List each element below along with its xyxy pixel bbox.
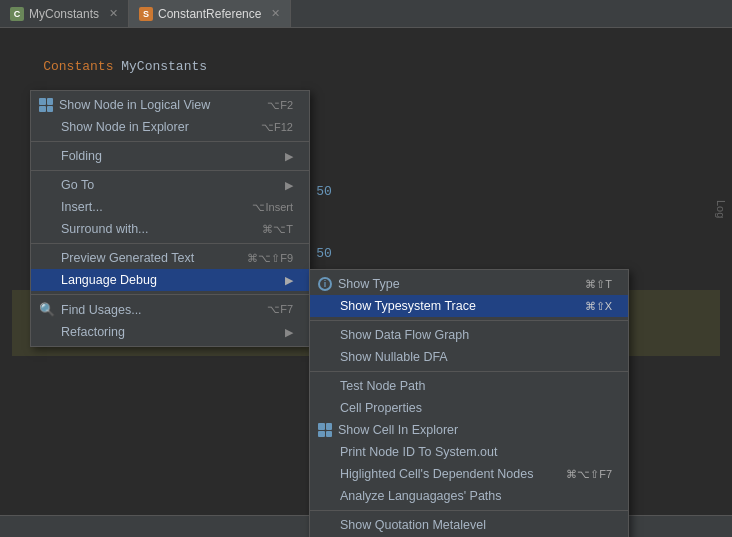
goto-arrow: ▶ <box>285 179 293 192</box>
menu-goto[interactable]: Go To ▶ <box>31 174 309 196</box>
sub-separator-1 <box>310 320 628 321</box>
submenu-test-node-path[interactable]: Test Node Path <box>310 375 628 397</box>
tab-icon-constant-reference: S <box>139 7 153 21</box>
menu-insert[interactable]: Insert... ⌥Insert <box>31 196 309 218</box>
submenu-analyze-paths[interactable]: Analyze Languagages' Paths <box>310 485 628 507</box>
submenu-show-typesystem-trace[interactable]: Show Typesystem Trace ⌘⇧X <box>310 295 628 317</box>
context-menu: Show Node in Logical View ⌥F2 Show Node … <box>30 90 310 347</box>
separator-3 <box>31 243 309 244</box>
menu-find-usages[interactable]: 🔍 Find Usages... ⌥F7 <box>31 298 309 321</box>
menu-refactoring[interactable]: Refactoring ▶ <box>31 321 309 343</box>
grid-icon <box>39 98 53 112</box>
tab-icon-my-constants: C <box>10 7 24 21</box>
menu-language-debug[interactable]: Language Debug ▶ i Show Type ⌘⇧T Show Ty… <box>31 269 309 291</box>
refactoring-arrow: ▶ <box>285 326 293 339</box>
context-menu-container: Show Node in Logical View ⌥F2 Show Node … <box>30 90 310 347</box>
sub-separator-3 <box>310 510 628 511</box>
tab-constant-reference[interactable]: S ConstantReference ✕ <box>129 0 291 27</box>
menu-surround-with[interactable]: Surround with... ⌘⌥T <box>31 218 309 240</box>
submenu-cell-properties[interactable]: Cell Properties <box>310 397 628 419</box>
submenu-show-cell-explorer[interactable]: Show Cell In Explorer <box>310 419 628 441</box>
tab-label-my-constants: MyConstants <box>29 7 99 21</box>
menu-folding[interactable]: Folding ▶ <box>31 145 309 167</box>
separator-4 <box>31 294 309 295</box>
sub-separator-2 <box>310 371 628 372</box>
folding-arrow: ▶ <box>285 150 293 163</box>
submenu-show-data-flow[interactable]: Show Data Flow Graph <box>310 324 628 346</box>
menu-preview-generated[interactable]: Preview Generated Text ⌘⌥⇧F9 <box>31 247 309 269</box>
submenu-print-node-id[interactable]: Print Node ID To System.out <box>310 441 628 463</box>
log-label: Log <box>715 200 727 218</box>
language-debug-submenu: i Show Type ⌘⇧T Show Typesystem Trace ⌘⇧… <box>309 269 629 537</box>
grid-icon-cell <box>318 423 332 437</box>
separator-2 <box>31 170 309 171</box>
submenu-show-nullable-dfa[interactable]: Show Nullable DFA <box>310 346 628 368</box>
tab-close-constant-reference[interactable]: ✕ <box>271 7 280 20</box>
submenu-highlighted-dependent[interactable]: Higlighted Cell's Dependent Nodes ⌘⌥⇧F7 <box>310 463 628 485</box>
menu-show-node-logical[interactable]: Show Node in Logical View ⌥F2 <box>31 94 309 116</box>
circle-i-icon: i <box>318 277 332 291</box>
tab-bar: C MyConstants ✕ S ConstantReference ✕ <box>0 0 732 28</box>
submenu-show-type[interactable]: i Show Type ⌘⇧T <box>310 273 628 295</box>
submenu-show-quotation[interactable]: Show Quotation Metalevel <box>310 514 628 536</box>
language-debug-arrow: ▶ <box>285 274 293 287</box>
separator-1 <box>31 141 309 142</box>
menu-show-node-explorer[interactable]: Show Node in Explorer ⌥F12 <box>31 116 309 138</box>
tab-label-constant-reference: ConstantReference <box>158 7 261 21</box>
tab-close-my-constants[interactable]: ✕ <box>109 7 118 20</box>
search-icon: 🔍 <box>39 302 55 317</box>
tab-my-constants[interactable]: C MyConstants ✕ <box>0 0 129 27</box>
